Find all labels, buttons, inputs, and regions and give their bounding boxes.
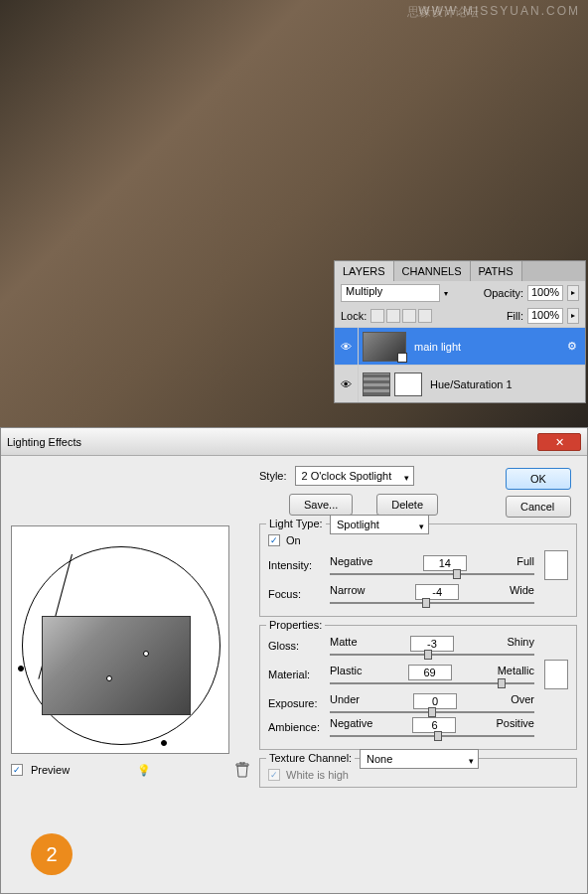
intensity-label: Intensity: xyxy=(268,559,324,571)
focus-label: Focus: xyxy=(268,588,324,600)
mask-thumbnail[interactable] xyxy=(394,372,422,396)
save-button[interactable]: Save... xyxy=(289,494,353,516)
white-high-label: White is high xyxy=(286,769,349,781)
style-label: Style: xyxy=(259,470,287,482)
opacity-field[interactable]: 100% xyxy=(527,285,563,301)
new-light-icon[interactable]: 💡 xyxy=(137,764,151,777)
opacity-label: Opacity: xyxy=(484,287,523,299)
watermark-url: WWW.MISSYUAN.COM xyxy=(418,4,580,18)
cancel-button[interactable]: Cancel xyxy=(506,496,571,518)
tab-layers[interactable]: LAYERS xyxy=(335,261,394,281)
fill-field[interactable]: 100% xyxy=(527,308,563,324)
material-label: Material: xyxy=(268,669,324,680)
light-type-label: Light Type: xyxy=(266,518,326,529)
lock-label: Lock: xyxy=(341,310,367,322)
layer-name[interactable]: main light xyxy=(410,341,567,353)
lighting-effects-dialog: Lighting Effects ✕ OK Cancel Preview 💡 xyxy=(0,427,588,894)
visibility-icon[interactable]: 👁 xyxy=(335,328,359,365)
tab-paths[interactable]: PATHS xyxy=(471,261,522,281)
light-center-handle[interactable] xyxy=(106,675,112,681)
lock-transparency-icon[interactable] xyxy=(370,309,384,323)
intensity-left: Negative xyxy=(330,555,372,571)
delete-button[interactable]: Delete xyxy=(376,494,438,516)
close-icon[interactable]: ✕ xyxy=(537,433,581,451)
material-value[interactable] xyxy=(408,665,452,680)
trash-icon[interactable] xyxy=(235,762,249,778)
layer-row-main-light[interactable]: 👁 main light ⚙ xyxy=(335,327,585,365)
blend-mode-select[interactable]: Multiply xyxy=(341,284,440,302)
intensity-slider[interactable] xyxy=(330,573,534,575)
texture-channel-select[interactable]: None xyxy=(360,749,479,769)
material-slider[interactable] xyxy=(330,682,534,684)
lock-position-icon[interactable] xyxy=(402,309,416,323)
exposure-label: Exposure: xyxy=(268,697,324,709)
lock-all-icon[interactable] xyxy=(418,309,432,323)
fill-arrow[interactable]: ▸ xyxy=(567,308,579,324)
gloss-label: Gloss: xyxy=(268,640,324,652)
step-badge: 2 xyxy=(31,833,73,875)
smart-object-icon xyxy=(397,353,407,363)
properties-label: Properties: xyxy=(266,619,325,631)
tab-channels[interactable]: CHANNELS xyxy=(394,261,471,281)
light-type-select[interactable]: Spotlight xyxy=(330,515,429,534)
layers-panel: LAYERS CHANNELS PATHS Multiply ▾ Opacity… xyxy=(334,260,586,403)
visibility-icon[interactable]: 👁 xyxy=(335,366,359,402)
ambient-color-swatch[interactable] xyxy=(544,660,568,689)
adjustment-thumbnail[interactable] xyxy=(363,372,390,396)
lighting-preview[interactable] xyxy=(11,525,229,754)
gloss-slider[interactable] xyxy=(330,654,534,656)
focus-left: Narrow xyxy=(330,584,365,600)
ellipse-handle[interactable] xyxy=(161,740,167,746)
properties-fieldset: Properties: Gloss: MatteShiny Material: … xyxy=(259,625,577,750)
gloss-value[interactable] xyxy=(410,636,454,652)
on-label: On xyxy=(286,534,301,546)
texture-fieldset: Texture Channel: None White is high xyxy=(259,758,577,788)
ambience-label: Ambience: xyxy=(268,721,324,733)
dialog-title: Lighting Effects xyxy=(7,436,537,448)
ambience-slider[interactable] xyxy=(330,735,534,737)
filter-icon[interactable]: ⚙ xyxy=(567,340,581,354)
style-select[interactable]: 2 O'clock Spotlight xyxy=(295,466,414,486)
light-type-fieldset: Light Type: Spotlight On Intensity: Nega… xyxy=(259,523,577,617)
lock-pixels-icon[interactable] xyxy=(386,309,400,323)
on-checkbox[interactable] xyxy=(268,534,280,546)
layer-thumbnail[interactable] xyxy=(363,332,406,362)
preview-label: Preview xyxy=(31,764,70,776)
layer-row-hue-sat[interactable]: 👁 Hue/Saturation 1 xyxy=(335,365,585,402)
focus-right: Wide xyxy=(510,584,534,600)
white-high-checkbox xyxy=(268,769,280,781)
dialog-titlebar[interactable]: Lighting Effects ✕ xyxy=(1,428,587,456)
fill-label: Fill: xyxy=(507,310,523,322)
panel-tabs: LAYERS CHANNELS PATHS xyxy=(335,261,585,281)
preview-checkbox[interactable] xyxy=(11,764,23,776)
preview-image xyxy=(42,616,191,715)
texture-channel-label: Texture Channel: xyxy=(266,752,355,764)
layer-name[interactable]: Hue/Saturation 1 xyxy=(426,378,585,390)
focus-slider[interactable] xyxy=(330,602,534,604)
ellipse-handle[interactable] xyxy=(18,666,24,671)
light-target-handle[interactable] xyxy=(143,651,149,657)
intensity-right: Full xyxy=(516,555,534,571)
exposure-slider[interactable] xyxy=(330,711,534,713)
ok-button[interactable]: OK xyxy=(506,468,571,490)
light-color-swatch[interactable] xyxy=(544,550,568,580)
opacity-arrow[interactable]: ▸ xyxy=(567,285,579,301)
